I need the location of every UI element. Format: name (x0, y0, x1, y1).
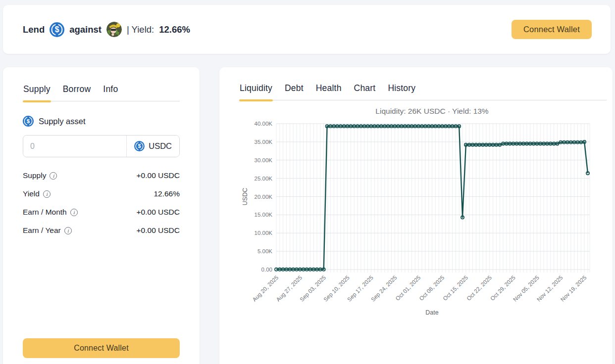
chart-container: 0.005.00K10.00K15.00K20.00K25.00K30.00K3… (239, 105, 607, 320)
stat-row-yield: Yield i 12.66% (23, 189, 180, 199)
against-label: against (69, 24, 102, 35)
amount-input-group: $ USDC (23, 135, 180, 157)
tab-chart[interactable]: Chart (354, 83, 376, 100)
svg-text:40.00K: 40.00K (255, 121, 273, 127)
supply-asset-label: Supply asset (39, 117, 85, 126)
stat-row-earn-month: Earn / Month i +0.00 USDC (23, 207, 180, 217)
market-summary: Lend $ against | Yield: (23, 22, 190, 37)
supply-panel: Supply Borrow Info $ Supply asset $ (3, 67, 200, 364)
amount-input[interactable] (23, 136, 126, 157)
stat-label: Yield (23, 189, 40, 198)
svg-text:$: $ (138, 143, 141, 149)
liquidity-chart[interactable]: 0.005.00K10.00K15.00K20.00K25.00K30.00K3… (239, 105, 612, 318)
usdc-token-icon: $ (134, 141, 145, 151)
info-icon[interactable]: i (70, 209, 78, 216)
stat-label: Earn / Year (23, 226, 61, 235)
svg-text:Date: Date (425, 309, 438, 316)
supply-stats: Supply i +0.00 USDC Yield i 12.66% Earn … (23, 171, 180, 244)
stat-value: +0.00 USDC (137, 171, 180, 180)
tab-health[interactable]: Health (315, 83, 342, 100)
svg-text:35.00K: 35.00K (255, 139, 273, 145)
usdc-token-icon: $ (50, 22, 64, 37)
tab-debt[interactable]: Debt (284, 83, 304, 100)
svg-text:20.00K: 20.00K (255, 194, 273, 200)
connect-wallet-button[interactable]: Connect Wallet (512, 20, 592, 39)
collateral-avatar-icon (106, 22, 122, 37)
tab-borrow[interactable]: Borrow (62, 84, 92, 101)
tab-supply[interactable]: Supply (23, 84, 51, 101)
tab-history[interactable]: History (387, 83, 416, 100)
stat-value: +0.00 USDC (137, 208, 180, 217)
svg-text:10.00K: 10.00K (255, 230, 273, 236)
token-selector-label: USDC (149, 141, 172, 151)
svg-text:$: $ (27, 118, 30, 124)
header-card: Lend $ against | Yield: (3, 5, 611, 54)
svg-text:Liquidity: 26K USDC · Yield: 1: Liquidity: 26K USDC · Yield: 13% (375, 107, 489, 115)
stat-label: Supply (23, 171, 46, 180)
svg-text:0.00: 0.00 (261, 267, 272, 273)
svg-text:$: $ (55, 25, 59, 34)
info-icon[interactable]: i (43, 190, 51, 198)
stat-row-earn-year: Earn / Year i +0.00 USDC (23, 226, 180, 235)
connect-wallet-button[interactable]: Connect Wallet (23, 338, 180, 358)
market-panel-tabs: Liquidity Debt Health Chart History (239, 83, 607, 100)
usdc-token-icon: $ (23, 116, 34, 127)
stat-row-supply: Supply i +0.00 USDC (23, 171, 180, 181)
tab-info[interactable]: Info (102, 84, 118, 101)
supply-panel-tabs: Supply Borrow Info (23, 84, 180, 101)
token-selector[interactable]: $ USDC (126, 136, 179, 157)
svg-text:USDC: USDC (242, 188, 249, 205)
lend-label: Lend (23, 24, 45, 35)
svg-text:25.00K: 25.00K (255, 176, 273, 182)
stat-label: Earn / Month (23, 208, 67, 217)
tab-liquidity[interactable]: Liquidity (239, 83, 273, 100)
svg-text:15.00K: 15.00K (255, 212, 273, 218)
info-icon[interactable]: i (50, 172, 57, 180)
supply-asset-row: $ Supply asset (23, 116, 180, 127)
yield-value: 12.66% (159, 24, 190, 35)
yield-label: | Yield: (127, 24, 154, 35)
stat-value: 12.66% (154, 189, 180, 198)
stat-value: +0.00 USDC (137, 226, 180, 235)
info-icon[interactable]: i (64, 227, 72, 234)
svg-text:5.00K: 5.00K (257, 248, 272, 254)
market-panel: Liquidity Debt Health Chart History 0.00… (219, 67, 613, 364)
svg-text:30.00K: 30.00K (255, 157, 273, 163)
